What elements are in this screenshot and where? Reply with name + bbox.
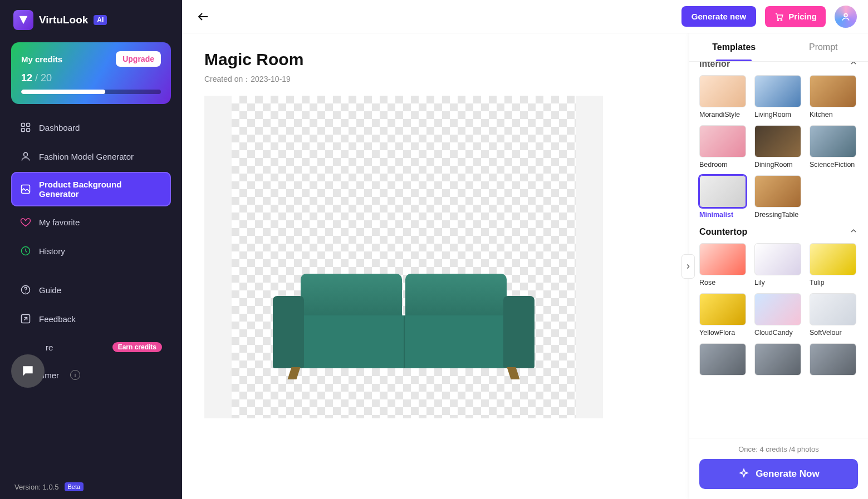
template-item[interactable]: YellowFlora xyxy=(699,293,748,337)
template-thumb xyxy=(699,125,746,157)
panel-footer: Once: 4 credits /4 photos Generate Now xyxy=(689,438,868,499)
beta-badge: Beta xyxy=(65,482,84,491)
template-thumb xyxy=(810,243,856,275)
template-thumb xyxy=(810,343,856,376)
template-item[interactable] xyxy=(699,343,748,376)
template-thumb xyxy=(699,293,746,325)
clock-icon xyxy=(20,245,31,256)
arrow-left-icon xyxy=(197,10,210,23)
svg-point-10 xyxy=(778,19,779,20)
sidebar-item-label: re xyxy=(46,343,53,352)
generate-now-button[interactable]: Generate Now xyxy=(699,459,858,489)
template-item[interactable]: LivingRoom xyxy=(754,75,803,118)
svg-point-11 xyxy=(781,19,782,20)
sparkle-icon xyxy=(738,468,750,480)
template-item[interactable]: Kitchen xyxy=(810,75,858,118)
template-thumb xyxy=(699,75,746,107)
template-thumb xyxy=(754,293,801,325)
section-head-countertop[interactable]: Countertop xyxy=(699,226,858,238)
section-title-cut: Interior xyxy=(699,62,730,69)
tab-templates[interactable]: Templates xyxy=(689,33,779,61)
cart-icon xyxy=(774,12,784,22)
template-item[interactable]: Tulip xyxy=(810,243,858,286)
template-item[interactable]: MorandiStyle xyxy=(699,75,748,118)
template-label: Minimalist xyxy=(699,211,746,219)
user-icon xyxy=(840,11,851,22)
template-item[interactable]: CloudCandy xyxy=(754,293,803,337)
credits-sep: / xyxy=(32,72,41,83)
grid-extra xyxy=(699,343,858,376)
sidebar-item-feedback[interactable]: Feedback xyxy=(11,305,171,332)
template-item[interactable]: ScienceFiction xyxy=(810,125,858,169)
sidebar-item-fashion[interactable]: Fashion Model Generator xyxy=(11,143,171,170)
template-thumb xyxy=(810,293,856,325)
collapse-panel-button[interactable] xyxy=(681,254,695,279)
grid-countertop: RoseLilyTulipYellowFloraCloudCandySoftVe… xyxy=(699,243,858,337)
section-head-interior[interactable]: Interior xyxy=(699,62,858,70)
template-item[interactable]: Rose xyxy=(699,243,748,286)
templates-scroll[interactable]: Interior MorandiStyleLivingRoomKitchenBe… xyxy=(689,62,868,438)
avatar[interactable] xyxy=(835,6,857,28)
chevron-up-icon xyxy=(849,62,858,70)
template-thumb xyxy=(754,125,801,157)
sidebar-item-product-bg[interactable]: Product Background Generator xyxy=(11,172,171,206)
export-icon xyxy=(20,313,31,324)
template-thumb xyxy=(810,125,856,157)
template-thumb xyxy=(754,175,801,207)
sidebar-item-label: Guide xyxy=(39,285,61,295)
section-title: Countertop xyxy=(699,227,747,237)
svg-rect-0 xyxy=(22,123,25,127)
template-label: Bedroom xyxy=(699,161,746,169)
credits-card: My credits Upgrade 12 / 20 xyxy=(11,42,171,104)
template-label: YellowFlora xyxy=(699,329,746,337)
chat-button[interactable] xyxy=(11,354,45,388)
page-title: Magic Room xyxy=(204,50,666,69)
template-item[interactable]: Bedroom xyxy=(699,125,748,169)
created-on: Created on：2023-10-19 xyxy=(204,75,666,85)
canvas-frame xyxy=(204,96,603,418)
question-icon xyxy=(20,284,31,295)
sidebar-item-dashboard[interactable]: Dashboard xyxy=(11,114,171,141)
svg-rect-1 xyxy=(27,123,30,127)
template-item[interactable]: Lily xyxy=(754,243,803,286)
template-label: Rose xyxy=(699,279,746,286)
upgrade-button[interactable]: Upgrade xyxy=(116,51,161,67)
back-button[interactable] xyxy=(193,7,213,27)
template-item[interactable]: SoftVelour xyxy=(810,293,858,337)
sidebar-item-label: My favorite xyxy=(39,218,80,227)
credits-count: 12 / 20 xyxy=(21,72,161,84)
version-row: Version: 1.0.5 Beta xyxy=(11,471,171,491)
info-icon: i xyxy=(70,370,80,380)
sidebar-item-guide[interactable]: Guide xyxy=(11,276,171,303)
canvas-checker[interactable] xyxy=(232,96,576,418)
tab-prompt[interactable]: Prompt xyxy=(779,33,869,61)
sidebar-item-favorite[interactable]: My favorite xyxy=(11,209,171,235)
template-thumb xyxy=(754,243,801,275)
content: Magic Room Created on：2023-10-19 xyxy=(182,33,868,499)
generate-new-button[interactable]: Generate new xyxy=(681,6,756,27)
brand-ai-badge: AI xyxy=(94,15,107,25)
template-item[interactable] xyxy=(754,343,803,376)
svg-point-12 xyxy=(844,13,847,17)
grid-interior: MorandiStyleLivingRoomKitchenBedroomDini… xyxy=(699,75,858,219)
template-label: Kitchen xyxy=(810,111,856,118)
product-image[interactable] xyxy=(273,263,534,379)
sidebar-item-history[interactable]: History xyxy=(11,238,171,264)
brand-name: VirtuLook xyxy=(39,14,88,26)
cost-line: Once: 4 credits /4 photos xyxy=(699,445,858,453)
sidebar-nav: Dashboard Fashion Model Generator Produc… xyxy=(11,114,171,388)
template-label: DiningRoom xyxy=(754,161,801,169)
pricing-button[interactable]: Pricing xyxy=(765,6,826,27)
template-label: ScienceFiction xyxy=(810,161,856,169)
template-thumb xyxy=(754,75,801,107)
svg-rect-2 xyxy=(22,129,25,132)
template-item[interactable]: DressingTable xyxy=(754,175,803,219)
template-item[interactable] xyxy=(810,343,858,376)
template-thumb xyxy=(699,175,746,207)
chevron-up-icon xyxy=(849,226,858,238)
template-item[interactable]: Minimalist xyxy=(699,175,748,219)
template-item[interactable]: DiningRoom xyxy=(754,125,803,169)
template-thumb xyxy=(699,243,746,275)
template-thumb xyxy=(810,75,856,107)
template-thumb xyxy=(699,343,746,376)
